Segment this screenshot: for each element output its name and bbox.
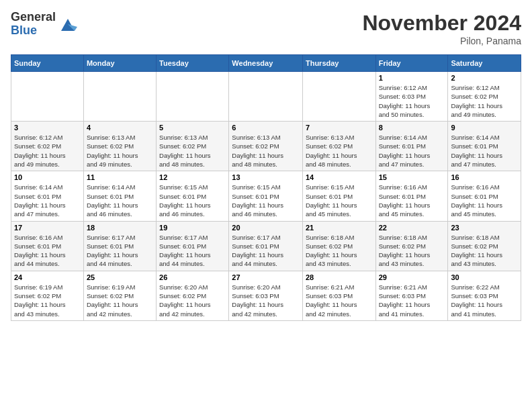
day-info: Sunrise: 6:18 AM Sunset: 6:02 PM Dayligh… xyxy=(306,233,373,269)
calendar-cell: 3Sunrise: 6:12 AM Sunset: 6:02 PM Daylig… xyxy=(11,122,84,171)
logo-icon xyxy=(58,15,77,34)
logo-blue-text: Blue xyxy=(11,24,56,38)
calendar-week-3: 10Sunrise: 6:14 AM Sunset: 6:01 PM Dayli… xyxy=(11,171,521,221)
calendar-cell xyxy=(302,72,375,122)
page-header: General Blue November 2024 Pilon, Panama xyxy=(11,11,521,46)
calendar-cell: 6Sunrise: 6:13 AM Sunset: 6:02 PM Daylig… xyxy=(229,122,303,171)
calendar-cell xyxy=(83,72,156,122)
calendar-cell: 2Sunrise: 6:12 AM Sunset: 6:02 PM Daylig… xyxy=(448,72,521,122)
calendar-cell: 13Sunrise: 6:15 AM Sunset: 6:01 PM Dayli… xyxy=(229,171,303,221)
day-number: 5 xyxy=(159,124,226,132)
day-info: Sunrise: 6:21 AM Sunset: 6:03 PM Dayligh… xyxy=(306,283,373,318)
calendar-cell: 15Sunrise: 6:16 AM Sunset: 6:01 PM Dayli… xyxy=(375,171,448,221)
day-of-week-monday: Monday xyxy=(83,55,156,72)
day-info: Sunrise: 6:19 AM Sunset: 6:02 PM Dayligh… xyxy=(87,283,153,318)
day-info: Sunrise: 6:16 AM Sunset: 6:01 PM Dayligh… xyxy=(451,183,518,218)
day-number: 1 xyxy=(379,74,445,82)
day-number: 4 xyxy=(87,124,153,132)
day-number: 30 xyxy=(451,273,518,281)
day-info: Sunrise: 6:15 AM Sunset: 6:01 PM Dayligh… xyxy=(159,183,226,218)
day-number: 17 xyxy=(14,224,81,232)
day-info: Sunrise: 6:12 AM Sunset: 6:02 PM Dayligh… xyxy=(451,83,518,119)
calendar-cell: 17Sunrise: 6:16 AM Sunset: 6:01 PM Dayli… xyxy=(11,221,84,271)
day-number: 26 xyxy=(159,273,226,281)
day-of-week-tuesday: Tuesday xyxy=(157,55,229,72)
calendar-cell: 20Sunrise: 6:17 AM Sunset: 6:01 PM Dayli… xyxy=(229,221,303,271)
day-number: 8 xyxy=(379,124,445,132)
day-number: 29 xyxy=(379,273,445,281)
calendar-cell: 16Sunrise: 6:16 AM Sunset: 6:01 PM Dayli… xyxy=(448,171,521,221)
calendar-table: SundayMondayTuesdayWednesdayThursdayFrid… xyxy=(11,54,521,321)
day-of-week-sunday: Sunday xyxy=(11,55,84,72)
day-info: Sunrise: 6:14 AM Sunset: 6:01 PM Dayligh… xyxy=(379,133,445,169)
calendar-week-4: 17Sunrise: 6:16 AM Sunset: 6:01 PM Dayli… xyxy=(11,221,521,271)
logo: General Blue xyxy=(11,11,77,38)
day-number: 14 xyxy=(306,173,373,181)
day-number: 20 xyxy=(232,224,300,232)
day-info: Sunrise: 6:20 AM Sunset: 6:02 PM Dayligh… xyxy=(159,283,226,318)
day-info: Sunrise: 6:13 AM Sunset: 6:02 PM Dayligh… xyxy=(306,133,373,169)
calendar-cell xyxy=(11,72,84,122)
calendar-cell: 5Sunrise: 6:13 AM Sunset: 6:02 PM Daylig… xyxy=(157,122,229,171)
calendar-cell: 1Sunrise: 6:12 AM Sunset: 6:03 PM Daylig… xyxy=(375,72,448,122)
day-number: 25 xyxy=(87,273,153,281)
day-number: 11 xyxy=(87,173,153,181)
day-of-week-wednesday: Wednesday xyxy=(229,55,303,72)
calendar-cell: 29Sunrise: 6:21 AM Sunset: 6:03 PM Dayli… xyxy=(375,271,448,320)
calendar-cell: 12Sunrise: 6:15 AM Sunset: 6:01 PM Dayli… xyxy=(157,171,229,221)
calendar-week-2: 3Sunrise: 6:12 AM Sunset: 6:02 PM Daylig… xyxy=(11,122,521,171)
day-info: Sunrise: 6:14 AM Sunset: 6:01 PM Dayligh… xyxy=(451,133,518,169)
day-info: Sunrise: 6:14 AM Sunset: 6:01 PM Dayligh… xyxy=(14,183,81,218)
day-info: Sunrise: 6:19 AM Sunset: 6:02 PM Dayligh… xyxy=(14,283,81,318)
calendar-cell: 27Sunrise: 6:20 AM Sunset: 6:03 PM Dayli… xyxy=(229,271,303,320)
day-info: Sunrise: 6:16 AM Sunset: 6:01 PM Dayligh… xyxy=(379,183,445,218)
calendar-cell: 9Sunrise: 6:14 AM Sunset: 6:01 PM Daylig… xyxy=(448,122,521,171)
day-number: 7 xyxy=(306,124,373,132)
calendar-week-1: 1Sunrise: 6:12 AM Sunset: 6:03 PM Daylig… xyxy=(11,72,521,122)
calendar-cell: 23Sunrise: 6:18 AM Sunset: 6:02 PM Dayli… xyxy=(448,221,521,271)
day-of-week-saturday: Saturday xyxy=(448,55,521,72)
day-info: Sunrise: 6:13 AM Sunset: 6:02 PM Dayligh… xyxy=(232,133,300,169)
calendar-cell: 19Sunrise: 6:17 AM Sunset: 6:01 PM Dayli… xyxy=(157,221,229,271)
day-number: 10 xyxy=(14,173,81,181)
day-number: 2 xyxy=(451,74,518,82)
calendar-cell xyxy=(157,72,229,122)
calendar-cell: 22Sunrise: 6:18 AM Sunset: 6:02 PM Dayli… xyxy=(375,221,448,271)
day-number: 19 xyxy=(159,224,226,232)
day-info: Sunrise: 6:17 AM Sunset: 6:01 PM Dayligh… xyxy=(87,233,153,269)
day-info: Sunrise: 6:18 AM Sunset: 6:02 PM Dayligh… xyxy=(451,233,518,269)
day-info: Sunrise: 6:17 AM Sunset: 6:01 PM Dayligh… xyxy=(232,233,300,269)
day-number: 3 xyxy=(14,124,81,132)
day-number: 21 xyxy=(306,224,373,232)
day-number: 16 xyxy=(451,173,518,181)
day-number: 23 xyxy=(451,224,518,232)
day-info: Sunrise: 6:15 AM Sunset: 6:01 PM Dayligh… xyxy=(306,183,373,218)
day-number: 22 xyxy=(379,224,445,232)
calendar-week-5: 24Sunrise: 6:19 AM Sunset: 6:02 PM Dayli… xyxy=(11,271,521,320)
day-number: 28 xyxy=(306,273,373,281)
day-info: Sunrise: 6:12 AM Sunset: 6:02 PM Dayligh… xyxy=(14,133,81,169)
day-info: Sunrise: 6:13 AM Sunset: 6:02 PM Dayligh… xyxy=(159,133,226,169)
day-info: Sunrise: 6:14 AM Sunset: 6:01 PM Dayligh… xyxy=(87,183,153,218)
day-number: 18 xyxy=(87,224,153,232)
month-title: November 2024 xyxy=(362,11,521,36)
day-info: Sunrise: 6:22 AM Sunset: 6:03 PM Dayligh… xyxy=(451,283,518,318)
calendar-cell: 26Sunrise: 6:20 AM Sunset: 6:02 PM Dayli… xyxy=(157,271,229,320)
day-number: 27 xyxy=(232,273,300,281)
day-of-week-friday: Friday xyxy=(375,55,448,72)
svg-marker-0 xyxy=(61,19,75,31)
day-info: Sunrise: 6:13 AM Sunset: 6:02 PM Dayligh… xyxy=(87,133,153,169)
calendar-cell: 24Sunrise: 6:19 AM Sunset: 6:02 PM Dayli… xyxy=(11,271,84,320)
day-info: Sunrise: 6:16 AM Sunset: 6:01 PM Dayligh… xyxy=(14,233,81,269)
calendar-cell: 11Sunrise: 6:14 AM Sunset: 6:01 PM Dayli… xyxy=(83,171,156,221)
day-info: Sunrise: 6:12 AM Sunset: 6:03 PM Dayligh… xyxy=(379,83,445,119)
calendar-cell: 14Sunrise: 6:15 AM Sunset: 6:01 PM Dayli… xyxy=(302,171,375,221)
calendar-cell: 18Sunrise: 6:17 AM Sunset: 6:01 PM Dayli… xyxy=(83,221,156,271)
calendar-cell: 25Sunrise: 6:19 AM Sunset: 6:02 PM Dayli… xyxy=(83,271,156,320)
calendar-cell: 7Sunrise: 6:13 AM Sunset: 6:02 PM Daylig… xyxy=(302,122,375,171)
day-info: Sunrise: 6:21 AM Sunset: 6:03 PM Dayligh… xyxy=(379,283,445,318)
day-number: 15 xyxy=(379,173,445,181)
day-info: Sunrise: 6:20 AM Sunset: 6:03 PM Dayligh… xyxy=(232,283,300,318)
calendar-cell: 30Sunrise: 6:22 AM Sunset: 6:03 PM Dayli… xyxy=(448,271,521,320)
day-number: 9 xyxy=(451,124,518,132)
